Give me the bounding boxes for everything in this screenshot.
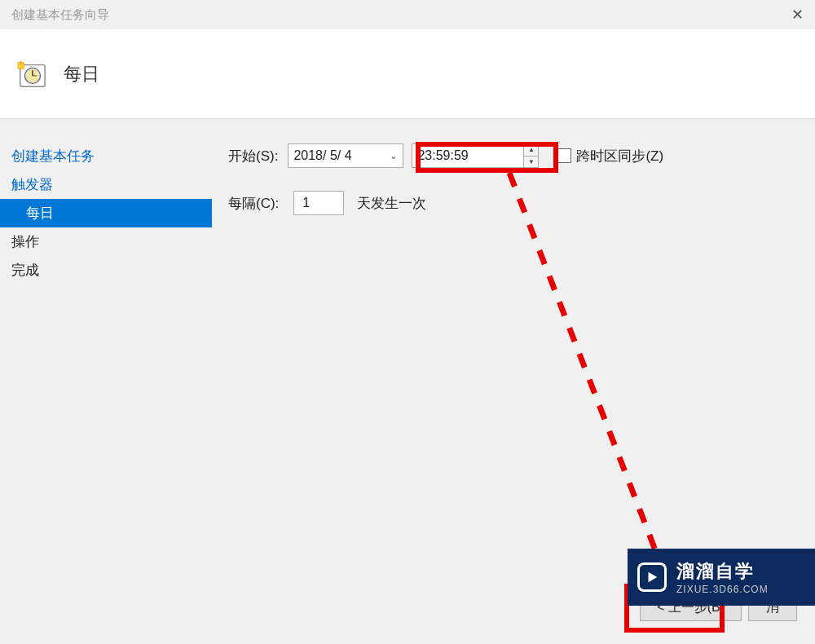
time-spinner: ▲ ▼ [523, 144, 538, 167]
time-input[interactable]: 23:59:59 ▲ ▼ [412, 143, 539, 168]
watermark: 溜溜自学 ZIXUE.3D66.COM [628, 549, 815, 606]
wizard-icon [16, 59, 47, 90]
page-title: 每日 [64, 62, 99, 86]
chevron-down-icon: ⌄ [390, 150, 398, 161]
spinner-up-icon[interactable]: ▲ [524, 144, 538, 157]
date-value: 2018/ 5/ 4 [293, 148, 351, 163]
wizard-sidebar: 创建基本任务 触发器 每日 操作 完成 [0, 119, 212, 644]
interval-input[interactable]: 1 [293, 191, 344, 215]
svg-marker-6 [649, 572, 658, 583]
sidebar-item-create-task[interactable]: 创建基本任务 [0, 142, 212, 170]
spinner-down-icon[interactable]: ▼ [524, 157, 538, 168]
time-value: 23:59:59 [417, 148, 468, 163]
title-bar: 创建基本任务向导 ✕ [0, 0, 815, 29]
watermark-text: 溜溜自学 ZIXUE.3D66.COM [676, 559, 769, 595]
interval-label: 每隔(C): [228, 194, 279, 213]
close-icon[interactable]: ✕ [791, 6, 804, 24]
date-input[interactable]: 2018/ 5/ 4 ⌄ [288, 143, 403, 168]
interval-suffix: 天发生一次 [357, 194, 426, 213]
play-icon [637, 562, 667, 592]
start-row: 开始(S): 2018/ 5/ 4 ⌄ 23:59:59 ▲ ▼ 跨时区同步(Z… [228, 143, 799, 168]
watermark-title: 溜溜自学 [676, 559, 769, 584]
sync-label: 跨时区同步(Z) [576, 147, 663, 165]
interval-value: 1 [302, 196, 310, 210]
sidebar-item-daily[interactable]: 每日 [0, 199, 212, 227]
sidebar-item-action[interactable]: 操作 [0, 227, 212, 256]
window-title: 创建基本任务向导 [11, 7, 109, 23]
interval-row: 每隔(C): 1 天发生一次 [228, 191, 799, 215]
sync-checkbox-wrapper: 跨时区同步(Z) [557, 147, 663, 165]
watermark-url: ZIXUE.3D66.COM [676, 584, 769, 595]
wizard-header: 每日 [0, 29, 815, 119]
start-label: 开始(S): [228, 147, 278, 165]
sidebar-item-trigger[interactable]: 触发器 [0, 170, 212, 199]
sync-checkbox[interactable] [557, 148, 571, 163]
sidebar-item-finish[interactable]: 完成 [0, 256, 212, 285]
